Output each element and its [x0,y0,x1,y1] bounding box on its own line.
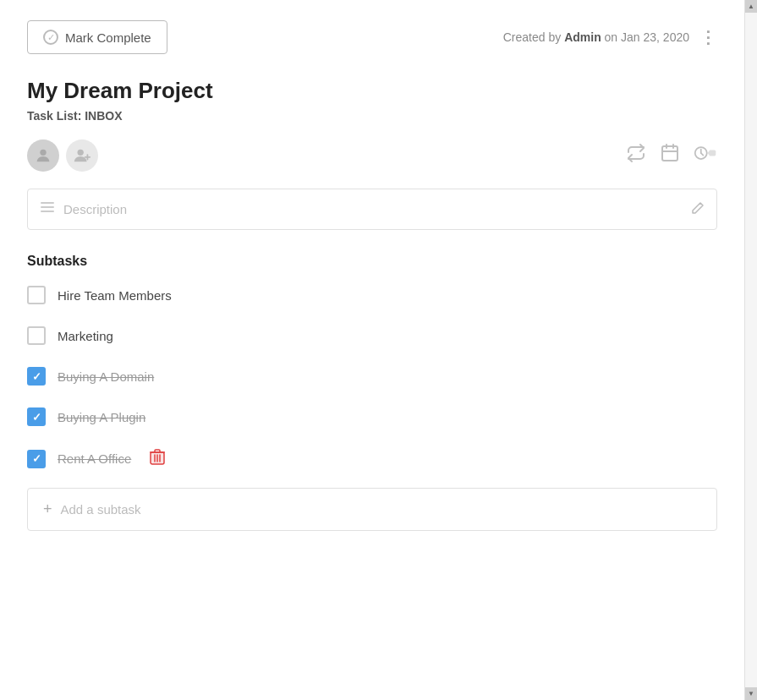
subtask-item: Hire Team Members [27,282,717,308]
subtask-checkbox-2[interactable] [27,326,46,345]
subtask-checkbox-5[interactable] [27,450,46,468]
subtask-text-1: Hire Team Members [58,288,172,303]
clock-tag-icon[interactable] [694,143,717,168]
scrollbar[interactable]: ▲ ▼ [744,0,757,700]
top-bar: ✓ Mark Complete Created by Admin on Jan … [27,20,717,54]
lines-icon [40,200,55,219]
delete-subtask-icon[interactable] [150,448,165,469]
avatars-left [27,139,98,172]
scroll-up-arrow[interactable]: ▲ [745,0,758,13]
avatar [27,139,59,172]
subtask-item: Marketing [27,323,717,348]
subtask-text-2: Marketing [58,329,113,343]
subtask-checkbox-1[interactable] [27,286,46,304]
calendar-icon[interactable] [660,143,680,168]
description-placeholder: Description [63,202,683,216]
mark-complete-label: Mark Complete [65,30,151,45]
subtask-checkbox-4[interactable] [27,407,46,426]
main-container: ✓ Mark Complete Created by Admin on Jan … [0,0,757,700]
avatars-row [27,139,717,172]
subtask-item: Rent A Office [27,445,717,473]
subtask-item: Buying A Plugin [27,404,717,429]
scroll-down-arrow[interactable]: ▼ [745,687,758,700]
scrollbar-track[interactable] [745,13,758,687]
mark-complete-button[interactable]: ✓ Mark Complete [27,20,167,54]
created-by: Admin [564,30,601,44]
svg-line-10 [701,153,704,156]
add-member-button[interactable] [66,139,98,172]
subtask-text-5: Rent A Office [58,451,131,466]
subtask-text-3: Buying A Domain [58,369,154,384]
project-title: My Dream Project [27,78,717,104]
task-list-name: INBOX [85,109,122,123]
svg-point-0 [40,150,46,156]
subtask-item: Buying A Domain [27,364,717,389]
top-bar-right: Created by Admin on Jan 23, 2020 ⋮ [503,27,717,47]
edit-icon[interactable] [691,201,705,218]
description-field[interactable]: Description [27,189,717,230]
plus-icon: + [43,500,52,518]
svg-rect-4 [662,146,677,161]
action-icons-right [626,143,717,168]
task-list-label: Task List: INBOX [27,109,717,123]
svg-point-1 [78,150,84,156]
created-info: Created by Admin on Jan 23, 2020 [503,30,689,44]
add-subtask-area[interactable]: + Add a subtask [27,488,717,531]
add-subtask-placeholder: Add a subtask [61,502,141,517]
content-area: ✓ Mark Complete Created by Admin on Jan … [0,0,744,700]
subtask-text-4: Buying A Plugin [58,410,145,424]
subtasks-label: Subtasks [27,254,717,269]
more-options-icon[interactable]: ⋮ [699,27,717,47]
subtask-checkbox-3[interactable] [27,367,46,386]
repeat-icon[interactable] [626,143,646,168]
check-circle-icon: ✓ [43,30,58,45]
